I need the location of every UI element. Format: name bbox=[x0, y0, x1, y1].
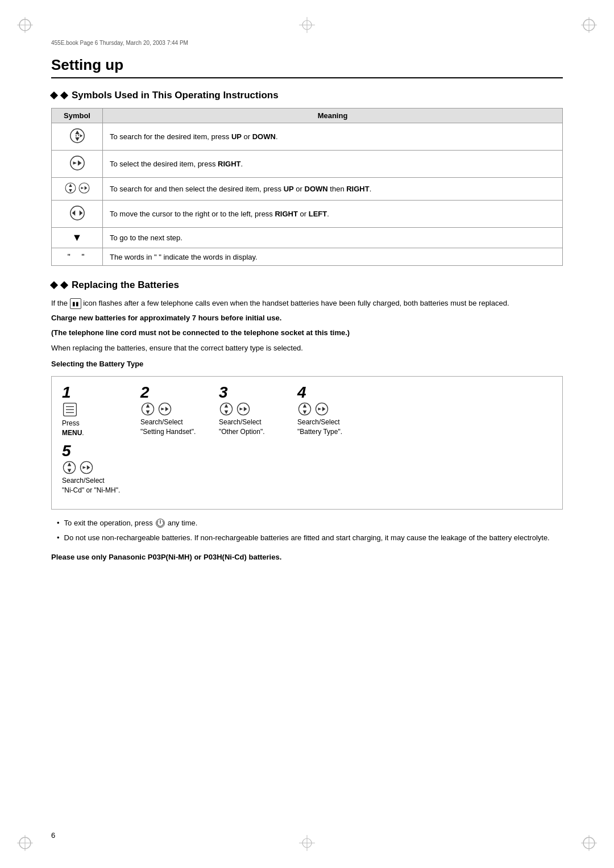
search-select-icon-3 bbox=[219, 402, 234, 416]
table-row: ▲▼ To search for the desired item, press… bbox=[52, 123, 563, 151]
symbol-cell bbox=[52, 201, 103, 228]
replacing-para2: Charge new batteries for approximately 7… bbox=[51, 312, 563, 324]
diamond-icon-3 bbox=[50, 281, 58, 289]
symbols-section: Symbols Used in This Operating Instructi… bbox=[51, 90, 563, 266]
diamond-icon-1 bbox=[50, 91, 58, 99]
svg-marker-28 bbox=[69, 189, 72, 193]
step-5: 5 Search/Sele bbox=[62, 443, 125, 495]
diamond-icon-4 bbox=[60, 281, 68, 289]
step-4-icon-row bbox=[297, 402, 329, 416]
step-4-num: 4 bbox=[297, 385, 306, 400]
replacing-heading-text: Replacing the Batteries bbox=[72, 279, 179, 291]
search-select-icon-3b bbox=[236, 402, 251, 416]
step-1-label: PressMENU. bbox=[62, 419, 84, 438]
symbol-cell: " " bbox=[52, 248, 103, 266]
meaning-cell: To move the cursor to the right or to th… bbox=[103, 201, 563, 228]
reg-mark-bc bbox=[299, 835, 315, 851]
reg-mark-br bbox=[581, 835, 597, 851]
up-down-icon bbox=[64, 182, 77, 194]
diamond-icon-2 bbox=[60, 91, 68, 99]
left-right-nav-icon bbox=[69, 205, 86, 222]
svg-marker-58 bbox=[68, 462, 72, 466]
symbol-cell: ▲▼ bbox=[52, 123, 103, 151]
step-1: 1 PressMENU. bbox=[62, 385, 125, 438]
svg-marker-43 bbox=[165, 407, 169, 411]
svg-marker-52 bbox=[303, 404, 307, 408]
meaning-cell: To search for the desired item, press UP… bbox=[103, 123, 563, 151]
svg-marker-30 bbox=[84, 186, 87, 190]
steps-row-1: 1 PressMENU. 2 bbox=[62, 385, 552, 438]
bullet-list: To exit the operation, press any time. D… bbox=[57, 518, 563, 544]
replacing-para1: If the ▮▮ icon flashes after a few telep… bbox=[51, 298, 563, 309]
col-symbol: Symbol bbox=[52, 108, 103, 123]
svg-marker-27 bbox=[69, 183, 72, 187]
step-3: 3 Search/Sele bbox=[219, 385, 281, 437]
step-1-icon-row bbox=[62, 402, 78, 418]
reg-mark-bl bbox=[17, 835, 33, 851]
battery-type-subheading: Selecting the Battery Type bbox=[51, 360, 563, 368]
meaning-cell: To select the desired item, press RIGHT. bbox=[103, 151, 563, 178]
page-number: 6 bbox=[51, 831, 55, 840]
svg-marker-44 bbox=[161, 407, 165, 410]
step-2-icon-row bbox=[140, 402, 172, 416]
svg-marker-56 bbox=[318, 407, 322, 410]
page: 455E.book Page 6 Thursday, March 20, 200… bbox=[0, 0, 614, 868]
svg-marker-47 bbox=[225, 410, 229, 414]
search-select-icon-2 bbox=[140, 402, 155, 416]
symbol-cell: ▼ bbox=[52, 228, 103, 248]
right-icon2 bbox=[78, 182, 90, 194]
svg-marker-24 bbox=[77, 160, 81, 165]
header-meta: 455E.book Page 6 Thursday, March 20, 200… bbox=[51, 34, 563, 46]
svg-marker-62 bbox=[83, 466, 86, 469]
table-row: " " The words in " " indicate the words … bbox=[52, 248, 563, 266]
steps-box: 1 PressMENU. 2 bbox=[51, 376, 563, 510]
svg-point-60 bbox=[80, 462, 92, 474]
step-2: 2 Search/Sele bbox=[140, 385, 203, 437]
svg-marker-55 bbox=[322, 407, 326, 411]
quotes-symbol: " " bbox=[68, 252, 87, 261]
step-3-num: 3 bbox=[219, 385, 228, 400]
search-select-icon-2b bbox=[157, 402, 172, 416]
step-4-label: Search/Select"Battery Type". bbox=[297, 418, 342, 437]
replacing-para4: When replacing the batteries, ensure tha… bbox=[51, 343, 563, 354]
symbol-cell bbox=[52, 151, 103, 178]
table-row: ▼ To go to the next step. bbox=[52, 228, 563, 248]
bullet-item-2: Do not use non-rechargeable batteries. I… bbox=[57, 532, 563, 544]
meaning-cell: The words in " " indicate the words in d… bbox=[103, 248, 563, 266]
svg-marker-25 bbox=[73, 161, 77, 165]
step-4: 4 Search/Sele bbox=[297, 385, 360, 437]
steps-row-2: 5 Search/Sele bbox=[62, 443, 552, 495]
svg-marker-20 bbox=[75, 137, 80, 141]
svg-marker-41 bbox=[146, 410, 150, 414]
off-icon bbox=[155, 518, 166, 529]
svg-point-29 bbox=[79, 183, 89, 193]
meaning-cell: To go to the next step. bbox=[103, 228, 563, 248]
replacing-heading: Replacing the Batteries bbox=[51, 279, 563, 291]
svg-point-54 bbox=[316, 403, 327, 415]
page-title: Setting up bbox=[51, 56, 563, 78]
svg-marker-59 bbox=[68, 469, 72, 473]
symbol-cell bbox=[52, 178, 103, 201]
replacing-section: Replacing the Batteries If the ▮▮ icon f… bbox=[51, 279, 563, 563]
search-select-icon-5b bbox=[79, 460, 94, 475]
up-down-nav-icon: ▲▼ bbox=[69, 127, 86, 144]
step-5-label: Search/Select"Ni-Cd" or "Ni-MH". bbox=[62, 476, 120, 495]
step-1-num: 1 bbox=[62, 385, 71, 400]
svg-marker-46 bbox=[225, 404, 229, 408]
svg-marker-61 bbox=[87, 465, 90, 470]
table-row: To search for and then select the desire… bbox=[52, 178, 563, 201]
symbols-heading-text: Symbols Used in This Operating Instructi… bbox=[72, 90, 279, 101]
symbols-table: Symbol Meaning bbox=[51, 108, 563, 266]
search-select-icon-4b bbox=[314, 402, 329, 416]
svg-marker-53 bbox=[303, 410, 307, 414]
final-note: Please use only Panasonic P03P(Ni-MH) or… bbox=[51, 552, 563, 563]
svg-marker-34 bbox=[79, 210, 82, 215]
search-select-icon-4 bbox=[297, 402, 312, 416]
step-2-label: Search/Select"Setting Handset". bbox=[140, 418, 196, 437]
search-select-icon-5 bbox=[62, 460, 77, 475]
step-2-num: 2 bbox=[140, 385, 150, 400]
svg-marker-49 bbox=[244, 407, 247, 411]
step-3-icon-row bbox=[219, 402, 251, 416]
svg-point-42 bbox=[159, 403, 171, 415]
symbols-heading: Symbols Used in This Operating Instructi… bbox=[51, 90, 563, 101]
